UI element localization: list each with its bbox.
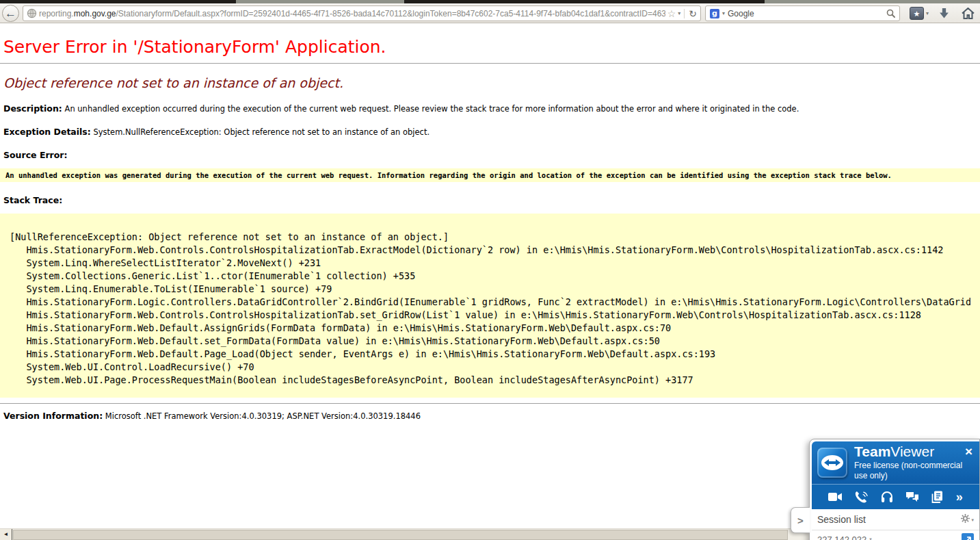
url-bar[interactable]: reporting.moh.gov.ge/Stationaryform/Defa… [23,5,701,21]
teamviewer-expander-tab[interactable]: > [791,507,810,533]
session-notes-button[interactable] [931,491,943,503]
teamviewer-body: Session list ▾ 227 142 022 ▾ [812,509,979,540]
gear-icon [961,513,970,526]
description-row: Description: An unhandled exception occu… [3,103,977,114]
search-icon[interactable] [886,9,895,18]
bookmarks-star-icon: ★ [910,7,924,20]
bookmarks-caret-icon: ▾ [926,11,929,16]
teamviewer-titles: TeamViewer Free license (non-commercial … [854,444,965,481]
stack-trace-text: [NullReferenceException: Object referenc… [10,218,970,387]
brand-rest: Viewer [890,443,934,459]
stack-trace-box: [NullReferenceException: Object referenc… [0,214,980,398]
partner-id-caret-icon[interactable]: ▾ [869,537,872,540]
reload-icon[interactable]: ↻ [684,9,697,18]
source-error-box: An unhandled exception was generated dur… [0,168,980,182]
partner-id[interactable]: 227 142 022 [817,535,866,540]
scrollbar-thumb[interactable] [13,530,788,540]
partner-id-row: 227 142 022 ▾ [812,530,979,540]
bookmarks-button[interactable]: ★ ▾ [910,7,929,20]
gear-caret-icon: ▾ [971,517,974,522]
teamviewer-panel-inner: TeamViewer Free license (non-commercial … [812,441,979,540]
divider [0,403,980,404]
more-tools-button[interactable]: » [956,491,963,503]
session-list-label: Session list [817,514,961,525]
home-button[interactable] [962,8,975,22]
stack-trace-row: Stack Trace: [3,195,977,205]
chat-button[interactable] [905,491,919,502]
brand-bold: Team [854,443,890,459]
close-icon: × [965,444,972,459]
error-page-title: Server Error in '/StationaryForm' Applic… [3,37,977,57]
url-text: reporting.moh.gov.ge/Stationaryform/Defa… [39,9,665,18]
teamviewer-license-text: Free license (non-commercial use only) [854,461,965,481]
connect-button[interactable] [962,533,974,540]
teamviewer-brand: TeamViewer [854,444,965,459]
session-settings-button[interactable]: ▾ [961,513,974,526]
divider [0,63,980,64]
url-path: /Stationaryform/Default.aspx?formID=2592… [116,9,665,18]
browser-toolbar: ← reporting.moh.gov.ge/Stationaryform/De… [0,3,980,23]
description-text: An unhandled exception occurred during t… [65,104,799,114]
search-box[interactable]: g ▾ Google [705,5,900,21]
version-info-text: Microsoft .NET Framework Version:4.0.303… [105,411,421,421]
stack-trace-label: Stack Trace: [3,195,62,205]
headset-audio-button[interactable] [881,491,893,503]
url-domain: moh.gov.ge [74,9,116,18]
back-button[interactable]: ← [2,5,19,22]
version-info-row: Version Information: Microsoft .NET Fram… [3,411,977,421]
close-button[interactable]: × [965,445,972,458]
exception-details-text: System.NullReferenceException: Object re… [93,127,429,137]
url-subdomain: reporting. [39,9,74,18]
chevron-right-icon: > [797,515,804,526]
home-icon [962,8,975,22]
source-error-label: Source Error: [3,150,68,160]
phone-call-button[interactable] [855,491,869,503]
session-list-row: Session list ▾ [812,509,979,530]
teamviewer-logo-icon [817,448,847,478]
google-favicon: g [710,9,719,18]
exception-details-label: Exception Details: [3,127,91,137]
teamviewer-header: TeamViewer Free license (non-commercial … [812,441,979,484]
description-label: Description: [3,103,62,114]
version-info-label: Version Information: [3,411,103,421]
download-button[interactable] [938,8,950,22]
video-call-button[interactable] [828,492,842,502]
download-icon [938,8,950,22]
globe-icon [27,8,37,18]
teamviewer-logo-arrows [821,455,843,470]
search-engine-label: Google [728,9,884,18]
error-page-subtitle: Object reference not set to an instance … [3,75,977,90]
back-arrow-icon: ← [5,7,16,20]
search-engine-caret-icon[interactable]: ▾ [722,11,725,16]
teamviewer-toolbar: » [812,484,979,509]
scroll-left-button[interactable]: ◄ [0,529,12,540]
bookmark-star-icon[interactable]: ☆ [667,9,676,18]
source-error-row: Source Error: [3,150,977,160]
exception-details-row: Exception Details: System.NullReferenceE… [3,127,977,137]
teamviewer-panel: TeamViewer Free license (non-commercial … [809,439,980,540]
url-dropdown-caret-icon[interactable]: ▾ [678,11,680,16]
